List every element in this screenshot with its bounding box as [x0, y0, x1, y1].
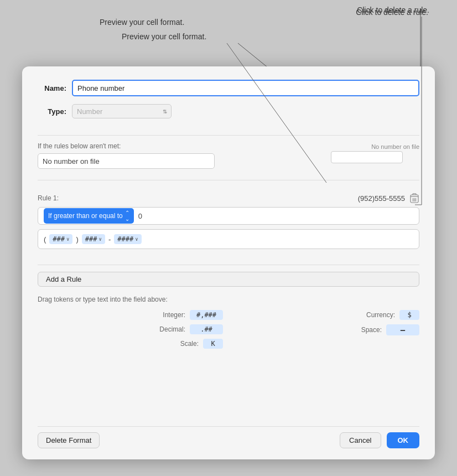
- delete-rule-icon[interactable]: [409, 193, 419, 204]
- if-not-met-input[interactable]: [38, 153, 215, 169]
- space-token-row: Space: –: [234, 324, 419, 335]
- currency-token-row: Currency: $: [234, 310, 419, 320]
- if-not-met-label: If the rules below aren't met:: [38, 142, 331, 150]
- currency-label: Currency:: [366, 311, 395, 319]
- type-select-wrapper[interactable]: Number ⇅: [72, 104, 172, 118]
- rule-section: Rule 1: (952)555-5555: [38, 193, 419, 258]
- token-chevron-2: ∨: [98, 236, 101, 242]
- decimal-token-row: Decimal: .##: [38, 324, 223, 334]
- rule-label: Rule 1:: [38, 194, 59, 202]
- integer-label: Integer:: [163, 311, 185, 319]
- decimal-token[interactable]: .##: [190, 324, 223, 334]
- format-open-paren: (: [44, 235, 46, 244]
- rule-preview-area: (952)555-5555: [358, 193, 419, 204]
- delete-format-button[interactable]: Delete Format: [38, 432, 100, 448]
- type-select[interactable]: Number: [72, 104, 172, 118]
- scale-token-row: Scale: K: [38, 339, 223, 349]
- rule-condition-row: If greater than or equal to ⌃⌄: [38, 207, 419, 225]
- condition-label: If greater than or equal to: [48, 212, 123, 220]
- ok-button[interactable]: OK: [387, 432, 420, 448]
- add-rule-button[interactable]: Add a Rule: [38, 272, 419, 287]
- chevron-icon: ⌃⌄: [125, 210, 129, 222]
- condition-value-input[interactable]: [138, 212, 160, 220]
- token-chevron-1: ∨: [66, 236, 69, 242]
- space-label: Space:: [361, 326, 382, 334]
- type-label: Type:: [38, 107, 66, 116]
- footer: Delete Format Cancel OK: [38, 426, 419, 448]
- scale-token[interactable]: K: [203, 339, 223, 349]
- name-row: Name:: [38, 80, 419, 96]
- drag-tokens-label: Drag tokens or type text into the field …: [38, 296, 419, 303]
- divider-middle: [38, 180, 419, 180]
- tooltip-preview-label: Preview your cell format.: [122, 32, 206, 41]
- integer-token[interactable]: #,###: [190, 310, 223, 320]
- divider-rule: [38, 265, 419, 265]
- if-not-met-section: If the rules below aren't met: No number…: [38, 142, 419, 169]
- scale-label: Scale:: [180, 340, 199, 348]
- divider-top: [38, 135, 419, 136]
- format-token-number[interactable]: #### ∨: [114, 234, 141, 244]
- condition-select-button[interactable]: If greater than or equal to ⌃⌄: [44, 208, 134, 224]
- if-not-met-preview: No number on file: [331, 142, 419, 163]
- name-input[interactable]: [72, 80, 419, 96]
- rule-header: Rule 1: (952)555-5555: [38, 193, 419, 204]
- currency-token[interactable]: $: [399, 310, 419, 320]
- space-token[interactable]: –: [386, 324, 419, 335]
- integer-token-row: Integer: #,###: [38, 310, 223, 320]
- footer-right: Cancel OK: [340, 432, 419, 448]
- decimal-label: Decimal:: [159, 325, 185, 333]
- token-chevron-3: ∨: [135, 236, 138, 242]
- format-token-area-code[interactable]: ### ∨: [49, 234, 72, 244]
- format-row: ( ### ∨ ) ### ∨ - #### ∨: [38, 229, 419, 249]
- dialog: Name: Type: Number ⇅ If the rules below …: [22, 66, 435, 459]
- type-row: Type: Number ⇅: [38, 104, 419, 118]
- tooltip-delete-label: Click to delete a rule.: [356, 8, 428, 17]
- cancel-button[interactable]: Cancel: [340, 432, 381, 448]
- tokens-grid: Integer: #,### Decimal: .## Scale: K: [38, 310, 419, 349]
- name-label: Name:: [38, 84, 66, 92]
- rule-preview-value: (952)555-5555: [358, 194, 405, 203]
- format-token-prefix[interactable]: ### ∨: [82, 234, 105, 244]
- preview-label-top: No number on file: [331, 143, 419, 150]
- format-close-paren: ): [76, 235, 78, 244]
- format-dash: -: [108, 235, 111, 244]
- tooltip-preview: Preview your cell format.: [100, 18, 184, 27]
- if-not-met-left: If the rules below aren't met:: [38, 142, 331, 169]
